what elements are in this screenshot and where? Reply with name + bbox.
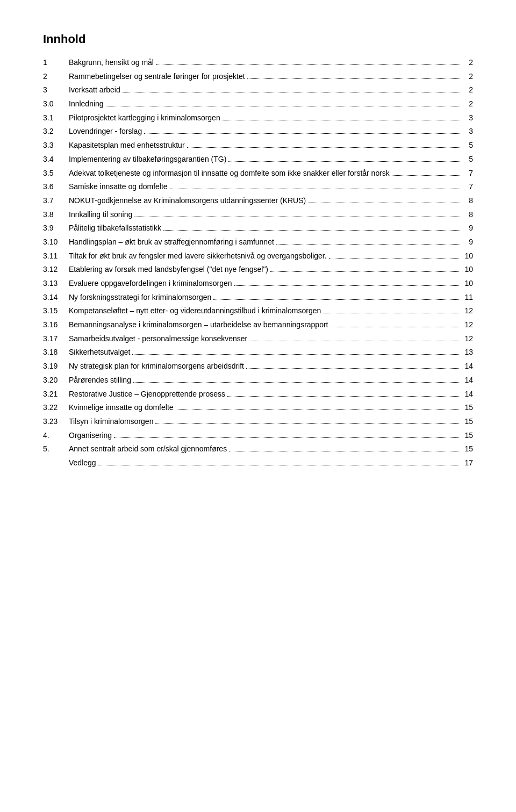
toc-page-number: 14 (461, 375, 473, 386)
toc-number: 3.22 (43, 401, 69, 415)
toc-entry: Adekvat tolketjeneste og informasjon til… (69, 167, 473, 181)
toc-entry: Pålitelig tilbakefallsstatistikk9 (69, 221, 473, 235)
toc-row: 3.13Evaluere oppgavefordelingen i krimin… (43, 277, 473, 291)
toc-dot-leader (229, 451, 459, 451)
toc-row: 3.12Etablering av forsøk med landsbyfeng… (43, 263, 473, 277)
toc-number: 3.3 (43, 139, 69, 153)
toc-entry-label: Annet sentralt arbeid som er/skal gjenno… (69, 443, 227, 455)
toc-dot-leader (227, 396, 459, 397)
toc-row: 2Rammebetingelser og sentrale føringer f… (43, 70, 473, 84)
page-title: Innhold (43, 32, 473, 46)
toc-number: 3.13 (43, 277, 69, 291)
toc-number: 3.11 (43, 249, 69, 263)
toc-page-number: 3 (462, 126, 473, 138)
toc-dot-leader (223, 120, 460, 120)
toc-dot-leader (176, 409, 460, 410)
toc-entry: Kompetanseløftet – nytt etter- og videre… (69, 304, 473, 318)
toc-dot-leader (308, 203, 460, 203)
toc-number: 3.21 (43, 387, 69, 401)
toc-page-number: 14 (461, 389, 473, 400)
toc-number: 3.14 (43, 291, 69, 305)
toc-entry-label: Samarbeidsutvalget - personalmessige kon… (69, 333, 247, 345)
toc-page-number: 14 (461, 361, 473, 372)
toc-row: 3.0Innledning2 (43, 97, 473, 111)
toc-entry-label: NOKUT-godkjennelse av Kriminalomsorgens … (69, 195, 306, 207)
toc-number: 4. (43, 429, 69, 443)
toc-dot-leader (331, 327, 460, 327)
toc-number: 3 (43, 83, 69, 97)
toc-entry-label: Samiske innsatte og domfelte (69, 181, 168, 193)
toc-dot-leader (329, 258, 460, 258)
toc-number: 3.20 (43, 373, 69, 387)
toc-dot-leader (134, 217, 460, 217)
toc-row: 3.5Adekvat tolketjeneste og informasjon … (43, 167, 473, 181)
toc-entry: Implementering av tilbakeføringsgarantie… (69, 153, 473, 167)
toc-row: 3.18Sikkerhetsutvalget13 (43, 346, 473, 360)
toc-row: 3.4Implementering av tilbakeføringsgaran… (43, 153, 473, 167)
toc-row: 3.20Pårørendes stilling14 (43, 373, 473, 387)
toc-number: 3.17 (43, 332, 69, 346)
toc-entry-label: Organisering (69, 430, 112, 442)
toc-entry: Restorative Justice – Gjenopprettende pr… (69, 387, 473, 401)
toc-row: 5.Annet sentralt arbeid som er/skal gjen… (43, 442, 473, 456)
toc-number: 3.4 (43, 153, 69, 167)
toc-number: 3.16 (43, 318, 69, 332)
toc-page-number: 8 (462, 195, 473, 207)
toc-entry: Tilsyn i kriminalomsorgen15 (69, 415, 473, 429)
toc-page-number: 2 (462, 57, 473, 69)
toc-entry: Iverksatt arbeid2 (69, 83, 473, 97)
toc-row: 3.22Kvinnelige innsatte og domfelte15 (43, 401, 473, 415)
toc-entry: Handlingsplan – økt bruk av straffegjenn… (69, 235, 473, 249)
toc-row: 3.9Pålitelig tilbakefallsstatistikk9 (43, 221, 473, 235)
toc-entry-label: Innledning (69, 98, 104, 110)
toc-page-number: 7 (462, 181, 473, 193)
toc-entry-label: Evaluere oppgavefordelingen i kriminalom… (69, 278, 232, 290)
toc-table: 1Bakgrunn, hensikt og mål22Rammebetingel… (43, 56, 473, 470)
toc-row: 3.17Samarbeidsutvalget - personalmessige… (43, 332, 473, 346)
toc-page-number: 2 (462, 71, 473, 83)
toc-number: 3.19 (43, 360, 69, 373)
toc-row: 1Bakgrunn, hensikt og mål2 (43, 56, 473, 70)
toc-page-number: 15 (461, 402, 473, 414)
toc-page-number: 13 (461, 347, 473, 358)
toc-entry-label: Lovendringer - forslag (69, 126, 142, 138)
toc-entry-label: Ny forskningsstrategi for kriminalomsorg… (69, 292, 211, 304)
toc-entry-label: Pålitelig tilbakefallsstatistikk (69, 222, 161, 234)
toc-entry-label: Sikkerhetsutvalget (69, 347, 130, 358)
toc-number: 3.7 (43, 194, 69, 208)
toc-row: 3.14Ny forskningsstrategi for kriminalom… (43, 291, 473, 305)
toc-row: 3Iverksatt arbeid2 (43, 83, 473, 97)
toc-dot-leader (276, 244, 460, 245)
toc-entry-label: Bemanningsanalyse i kriminalomsorgen – u… (69, 319, 328, 331)
toc-row: 3.19Ny strategisk plan for kriminalomsor… (43, 360, 473, 373)
toc-entry-label: Handlingsplan – økt bruk av straffegjenn… (69, 236, 274, 248)
toc-entry: Samiske innsatte og domfelte7 (69, 180, 473, 194)
toc-page-number: 9 (462, 222, 473, 234)
toc-entry-label: Kompetanseløftet – nytt etter- og videre… (69, 305, 321, 317)
toc-number: 3.6 (43, 180, 69, 194)
toc-entry: Pilotprosjektet kartlegging i kriminalom… (69, 111, 473, 125)
toc-row: 3.10Handlingsplan – økt bruk av straffeg… (43, 235, 473, 249)
toc-entry-label: Bakgrunn, hensikt og mål (69, 57, 154, 69)
toc-number: 3.23 (43, 415, 69, 429)
toc-entry-label: Tiltak for økt bruk av fengsler med lave… (69, 250, 327, 262)
toc-dot-leader (323, 313, 459, 313)
toc-entry-label: Pårørendes stilling (69, 375, 131, 386)
toc-page-number: 3 (462, 112, 473, 124)
toc-number: 3.12 (43, 263, 69, 277)
toc-entry-label: Iverksatt arbeid (69, 84, 120, 96)
toc-page-number: 15 (461, 430, 473, 442)
toc-row: 3.2Lovendringer - forslag3 (43, 125, 473, 139)
toc-dot-leader (156, 64, 460, 65)
toc-page-number: 15 (461, 443, 473, 455)
toc-entry-label: Rammebetingelser og sentrale føringer fo… (69, 71, 245, 83)
toc-entry: NOKUT-godkjennelse av Kriminalomsorgens … (69, 194, 473, 208)
toc-entry: Vedlegg17 (69, 456, 473, 470)
toc-row: 4.Organisering15 (43, 429, 473, 443)
toc-dot-leader (114, 437, 459, 438)
toc-entry-label: Vedlegg (69, 457, 96, 469)
toc-page-number: 5 (462, 154, 473, 166)
toc-row: 3.21Restorative Justice – Gjenopprettend… (43, 387, 473, 401)
toc-entry-label: Kvinnelige innsatte og domfelte (69, 402, 174, 414)
toc-dot-leader (133, 382, 459, 383)
